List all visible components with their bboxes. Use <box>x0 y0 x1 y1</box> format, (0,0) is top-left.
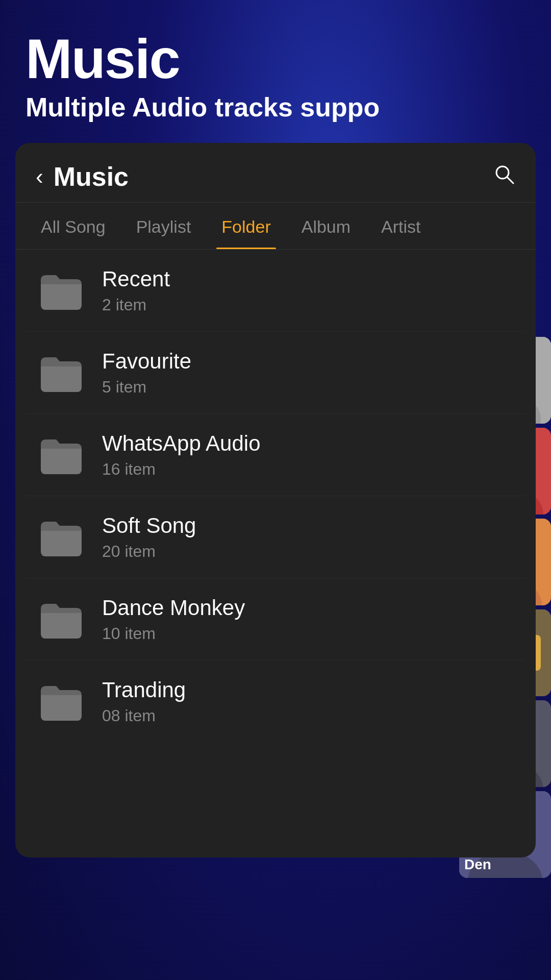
folder-count-recent: 2 item <box>102 296 170 314</box>
folder-icon-whatsapp <box>36 429 87 480</box>
folder-info-soft-song: Soft Song 20 item <box>102 513 196 561</box>
tab-bar: All Song Playlist Folder Album Artist <box>15 203 536 250</box>
folder-name-dance-monkey: Dance Monkey <box>102 596 245 620</box>
tab-all-song[interactable]: All Song <box>36 203 111 249</box>
folder-info-dance-monkey: Dance Monkey 10 item <box>102 596 245 643</box>
folder-count-soft-song: 20 item <box>102 542 196 561</box>
folder-count-tranding: 08 item <box>102 706 186 725</box>
sub-title: Multiple Audio tracks suppo <box>26 92 525 122</box>
folder-list: Recent 2 item Favourite 5 item <box>15 250 536 742</box>
folder-info-favourite: Favourite 5 item <box>102 349 191 397</box>
folder-info-tranding: Tranding 08 item <box>102 678 186 725</box>
folder-svg-whatsapp <box>38 434 84 475</box>
folder-item-favourite[interactable]: Favourite 5 item <box>26 332 525 414</box>
thumb6-label: Den <box>464 856 491 873</box>
tab-artist[interactable]: Artist <box>376 203 425 249</box>
svg-line-23 <box>507 177 513 183</box>
header-section: Music Multiple Audio tracks suppo <box>0 0 551 143</box>
main-title: Music <box>26 31 525 87</box>
folder-item-tranding[interactable]: Tranding 08 item <box>26 660 525 742</box>
folder-icon-tranding <box>36 676 87 727</box>
folder-svg-recent <box>38 270 84 311</box>
folder-info-recent: Recent 2 item <box>102 267 170 314</box>
folder-icon-favourite <box>36 347 87 398</box>
music-card: ‹ Music All Song Playlist Folder Album A… <box>15 143 536 857</box>
folder-item-soft-song[interactable]: Soft Song 20 item <box>26 496 525 578</box>
folder-name-recent: Recent <box>102 267 170 291</box>
back-icon: ‹ <box>36 164 43 189</box>
folder-svg-tranding <box>38 681 84 722</box>
folder-count-favourite: 5 item <box>102 378 191 397</box>
folder-info-whatsapp: WhatsApp Audio 16 item <box>102 431 261 479</box>
folder-count-whatsapp: 16 item <box>102 460 261 479</box>
search-icon[interactable] <box>493 163 515 190</box>
folder-name-soft-song: Soft Song <box>102 513 196 538</box>
folder-svg-soft-song <box>38 517 84 557</box>
folder-count-dance-monkey: 10 item <box>102 624 245 643</box>
search-svg <box>493 163 515 185</box>
folder-name-tranding: Tranding <box>102 678 186 702</box>
folder-item-recent[interactable]: Recent 2 item <box>26 250 525 332</box>
folder-icon-soft-song <box>36 511 87 562</box>
tab-album[interactable]: Album <box>296 203 356 249</box>
folder-icon-dance-monkey <box>36 594 87 645</box>
tab-playlist[interactable]: Playlist <box>131 203 196 249</box>
back-button[interactable]: ‹ Music <box>36 161 129 192</box>
folder-item-whatsapp[interactable]: WhatsApp Audio 16 item <box>26 414 525 496</box>
folder-svg-dance-monkey <box>38 599 84 640</box>
card-header: ‹ Music <box>15 143 536 203</box>
tab-folder[interactable]: Folder <box>216 203 276 249</box>
folder-svg-favourite <box>38 352 84 393</box>
folder-icon-recent <box>36 265 87 316</box>
folder-name-favourite: Favourite <box>102 349 191 374</box>
folder-name-whatsapp: WhatsApp Audio <box>102 431 261 456</box>
card-title: Music <box>54 161 129 192</box>
folder-item-dance-monkey[interactable]: Dance Monkey 10 item <box>26 578 525 660</box>
